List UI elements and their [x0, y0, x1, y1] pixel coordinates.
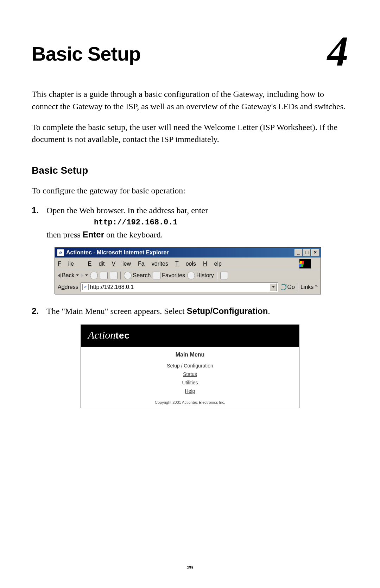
search-icon — [124, 272, 132, 279]
stop-icon[interactable] — [90, 272, 98, 279]
chapter-title: Basic Setup — [32, 42, 141, 65]
separator — [120, 272, 121, 279]
go-arrow-icon — [280, 284, 286, 290]
links-button[interactable]: Links » — [300, 284, 318, 290]
window-titlebar: e Actiontec - Microsoft Internet Explore… — [55, 248, 321, 258]
window-title: Actiontec - Microsoft Internet Explorer — [66, 249, 169, 256]
section-heading: Basic Setup — [32, 165, 348, 176]
main-menu-title: Main Menu — [81, 352, 299, 358]
step-1: 1. Open the Web browser. In the address … — [32, 204, 348, 241]
menu-view[interactable]: View — [112, 261, 131, 267]
back-button[interactable]: Back — [58, 272, 79, 279]
intro-paragraph-1: This chapter is a guide through a basic … — [32, 88, 348, 113]
maximize-button[interactable]: □ — [303, 249, 311, 256]
address-label: Address — [58, 284, 78, 290]
favorites-icon — [153, 272, 160, 279]
main-menu-body: Main Menu Setup / Configuration Status U… — [81, 347, 299, 408]
step-2-bold: Setup/Configuration — [187, 306, 268, 316]
step-number: 1. — [32, 204, 46, 241]
link-setup-configuration[interactable]: Setup / Configuration — [81, 363, 299, 369]
step-2: 2. The "Main Menu" screen appears. Selec… — [32, 305, 348, 317]
chapter-header: Basic Setup 4 — [32, 42, 348, 65]
address-input[interactable]: e http://192.168.0.1 — [81, 283, 278, 292]
step-1-enter: Enter — [83, 230, 104, 239]
dropdown-arrow-icon — [85, 274, 88, 276]
link-status[interactable]: Status — [81, 371, 299, 377]
step-1-line1: Open the Web browser. In the address bar… — [46, 206, 208, 215]
actiontec-header: Actiontec — [81, 325, 299, 347]
step-2-text-a: The "Main Menu" screen appears. Select — [46, 307, 187, 316]
back-arrow-icon — [58, 273, 61, 278]
page-icon: e — [82, 284, 89, 290]
steps-list: 1. Open the Web browser. In the address … — [32, 204, 348, 241]
address-bar-row: Address e http://192.168.0.1 Go Links » — [55, 281, 321, 294]
favorites-button[interactable]: Favorites — [153, 272, 185, 279]
forward-button[interactable] — [81, 273, 88, 278]
home-icon[interactable] — [110, 272, 118, 279]
minimize-button[interactable]: _ — [294, 249, 302, 256]
step-1-line2b: on the keyboard. — [104, 230, 163, 239]
brand-tec: tec — [115, 330, 130, 341]
separator — [217, 272, 217, 279]
step-number: 2. — [32, 305, 46, 317]
forward-arrow-icon — [81, 273, 84, 278]
link-help[interactable]: Help — [81, 388, 299, 394]
step-body: The "Main Menu" screen appears. Select S… — [46, 305, 348, 317]
menu-bar: File Edit View Favorites Tools Help — [55, 258, 321, 270]
history-button[interactable]: History — [187, 272, 214, 279]
menu-help[interactable]: Help — [203, 261, 222, 267]
link-utilities[interactable]: Utilities — [81, 380, 299, 385]
menu-file[interactable]: File — [58, 261, 81, 267]
brand-action: Action — [88, 329, 115, 341]
address-value: http://192.168.0.1 — [90, 284, 134, 290]
separator — [297, 283, 298, 291]
step-2-text-b: . — [268, 307, 270, 316]
ie-logo-icon: e — [57, 249, 64, 256]
step-1-line2a: then press — [46, 230, 83, 239]
close-button[interactable]: × — [311, 249, 319, 256]
menu-tools[interactable]: Tools — [175, 261, 196, 267]
intro-paragraph-2: To complete the basic setup, the user wi… — [32, 121, 348, 146]
step-1-url: http://192.168.0.1 — [94, 217, 348, 228]
dropdown-arrow-icon — [76, 274, 79, 276]
main-menu-screenshot: Actiontec Main Menu Setup / Configuratio… — [81, 324, 299, 408]
go-button[interactable]: Go — [280, 284, 295, 290]
chapter-number: 4 — [327, 39, 348, 64]
address-dropdown-button[interactable] — [270, 283, 277, 291]
browser-screenshot: e Actiontec - Microsoft Internet Explore… — [55, 247, 321, 294]
throbber-icon — [299, 259, 311, 268]
copyright-text: Copyright 2001 Actiontec Electronics Inc… — [81, 400, 299, 404]
refresh-icon[interactable] — [100, 272, 108, 279]
search-button[interactable]: Search — [124, 272, 151, 279]
mail-icon[interactable] — [220, 272, 228, 279]
document-page: Basic Setup 4 This chapter is a guide th… — [0, 0, 380, 588]
history-icon — [187, 272, 195, 279]
menu-favorites[interactable]: Favorites — [138, 261, 168, 267]
menu-edit[interactable]: Edit — [88, 261, 105, 267]
step-body: Open the Web browser. In the address bar… — [46, 204, 348, 241]
page-number: 29 — [0, 564, 380, 570]
section-lead: To configure the gateway for basic opera… — [32, 185, 348, 197]
steps-list-2: 2. The "Main Menu" screen appears. Selec… — [32, 305, 348, 317]
toolbar: Back Search Favorites History — [55, 270, 321, 281]
